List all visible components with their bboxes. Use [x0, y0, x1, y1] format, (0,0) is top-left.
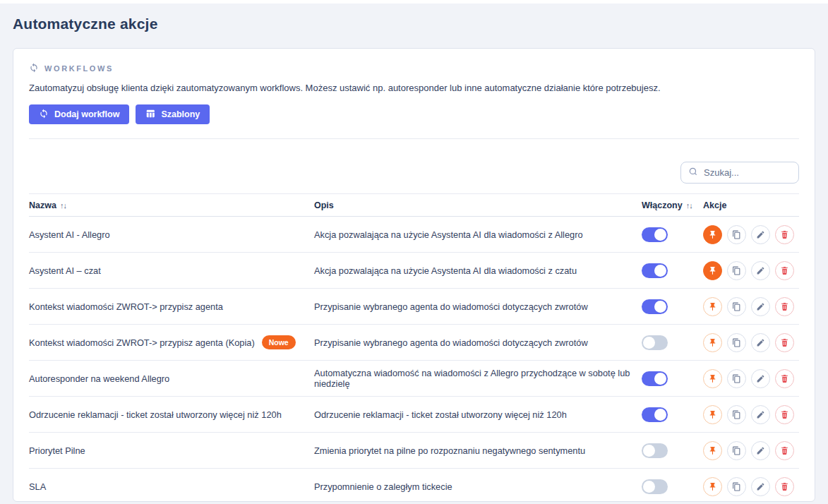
enabled-toggle[interactable]: [642, 263, 668, 278]
pin-button[interactable]: [703, 405, 722, 424]
delete-button[interactable]: [775, 297, 794, 316]
copy-icon: [732, 446, 741, 455]
pin-button[interactable]: [703, 333, 722, 352]
search-row: [29, 162, 799, 184]
workflow-name: Asystent AI - Allegro: [29, 229, 110, 240]
pin-button[interactable]: [703, 369, 722, 388]
toggle-knob: [654, 301, 666, 313]
add-workflow-button[interactable]: Dodaj workflow: [29, 104, 129, 124]
workflow-name: Kontekst wiadomości ZWROT-> przypisz age…: [29, 301, 223, 312]
workflow-name: Asystent AI – czat: [29, 265, 101, 276]
pin-button[interactable]: [703, 261, 722, 280]
add-workflow-label: Dodaj workflow: [54, 109, 119, 119]
delete-button[interactable]: [775, 405, 794, 424]
table-row: SLA Przypomnienie o zaległym tickecie: [29, 469, 799, 504]
enabled-toggle[interactable]: [642, 407, 668, 422]
copy-button[interactable]: [727, 477, 746, 496]
copy-button[interactable]: [727, 369, 746, 388]
page-title: Automatyczne akcje: [13, 16, 828, 32]
search-icon: [688, 167, 698, 179]
copy-button[interactable]: [727, 405, 746, 424]
edit-button[interactable]: [751, 261, 770, 280]
enabled-toggle[interactable]: [642, 299, 668, 314]
header-name[interactable]: Nazwa ↑↓: [29, 200, 314, 210]
edit-button[interactable]: [751, 369, 770, 388]
copy-button[interactable]: [727, 225, 746, 244]
enabled-toggle[interactable]: [642, 227, 668, 242]
pencil-icon: [756, 230, 765, 239]
trash-icon: [780, 230, 789, 239]
copy-button[interactable]: [727, 333, 746, 352]
copy-button[interactable]: [727, 297, 746, 316]
pencil-icon: [756, 266, 765, 275]
edit-button[interactable]: [751, 477, 770, 496]
pin-button[interactable]: [703, 297, 722, 316]
enabled-toggle[interactable]: [642, 479, 668, 494]
search-input[interactable]: [704, 167, 791, 178]
delete-button[interactable]: [775, 225, 794, 244]
workflow-name: Kontekst wiadomości ZWROT-> przypisz age…: [29, 337, 255, 348]
workflow-description: Zmienia priorytet na pilne po rozpoznani…: [314, 445, 642, 456]
workflows-card: WORKFLOWS Zautomatyzuj obsługę klienta d…: [13, 48, 815, 502]
search-box[interactable]: [680, 162, 799, 184]
copy-button[interactable]: [727, 261, 746, 280]
workflow-name: Odrzucenie reklamacji - ticket został ut…: [29, 409, 282, 420]
workflows-table: Nazwa ↑↓ Opis Włączony ↑↓ Akcje Asystent…: [29, 193, 799, 504]
enabled-toggle[interactable]: [642, 371, 668, 386]
workflows-section-label: WORKFLOWS: [29, 63, 799, 74]
pencil-icon: [756, 410, 765, 419]
trash-icon: [780, 266, 789, 275]
edit-button[interactable]: [751, 225, 770, 244]
templates-label: Szablony: [161, 109, 200, 119]
copy-icon: [732, 410, 741, 419]
edit-button[interactable]: [751, 405, 770, 424]
sort-icon[interactable]: ↑↓: [686, 201, 692, 210]
copy-icon: [732, 338, 741, 347]
copy-icon: [732, 230, 741, 239]
workflow-name: Priorytet Pilne: [29, 445, 85, 456]
workflow-description: Automatyczna wiadomość na wiadomości z A…: [314, 368, 642, 389]
pencil-icon: [756, 482, 765, 491]
toggle-knob: [643, 337, 655, 349]
pin-icon: [708, 374, 717, 383]
table-body: Asystent AI - Allegro Akcja pozwalająca …: [29, 217, 799, 504]
template-grid-icon: [145, 109, 155, 121]
table-row: Odrzucenie reklamacji - ticket został ut…: [29, 397, 799, 433]
delete-button[interactable]: [775, 261, 794, 280]
workflow-description: Przypisanie wybranego agenta do wiadomoś…: [314, 301, 642, 312]
enabled-toggle[interactable]: [642, 443, 668, 458]
workflow-description: Akcja pozwalająca na użycie Asystenta AI…: [314, 229, 642, 240]
delete-button[interactable]: [775, 333, 794, 352]
copy-button[interactable]: [727, 441, 746, 460]
table-row: Asystent AI – czat Akcja pozwalająca na …: [29, 253, 799, 289]
pencil-icon: [756, 446, 765, 455]
edit-button[interactable]: [751, 297, 770, 316]
copy-icon: [732, 374, 741, 383]
enabled-toggle[interactable]: [642, 335, 668, 350]
pin-button[interactable]: [703, 477, 722, 496]
trash-icon: [780, 374, 789, 383]
delete-button[interactable]: [775, 369, 794, 388]
copy-icon: [732, 302, 741, 311]
top-strip: [0, 0, 828, 4]
workflow-name: SLA: [29, 481, 46, 492]
delete-button[interactable]: [775, 441, 794, 460]
pencil-icon: [756, 338, 765, 347]
button-row: Dodaj workflow Szablony: [29, 104, 799, 124]
header-description: Opis: [314, 200, 642, 210]
edit-button[interactable]: [751, 441, 770, 460]
pin-button[interactable]: [703, 441, 722, 460]
edit-button[interactable]: [751, 333, 770, 352]
pin-button[interactable]: [703, 225, 722, 244]
copy-icon: [732, 266, 741, 275]
sort-icon[interactable]: ↑↓: [60, 201, 66, 210]
delete-button[interactable]: [775, 477, 794, 496]
toggle-knob: [643, 481, 655, 493]
pin-icon: [708, 410, 717, 419]
templates-button[interactable]: Szablony: [136, 104, 210, 124]
workflow-description: Odrzucenie reklamacji - ticket został ut…: [314, 409, 642, 420]
header-enabled[interactable]: Włączony ↑↓: [642, 200, 703, 210]
header-actions: Akcje: [703, 200, 799, 210]
trash-icon: [780, 410, 789, 419]
workflow-description: Przypomnienie o zaległym tickecie: [314, 481, 642, 492]
